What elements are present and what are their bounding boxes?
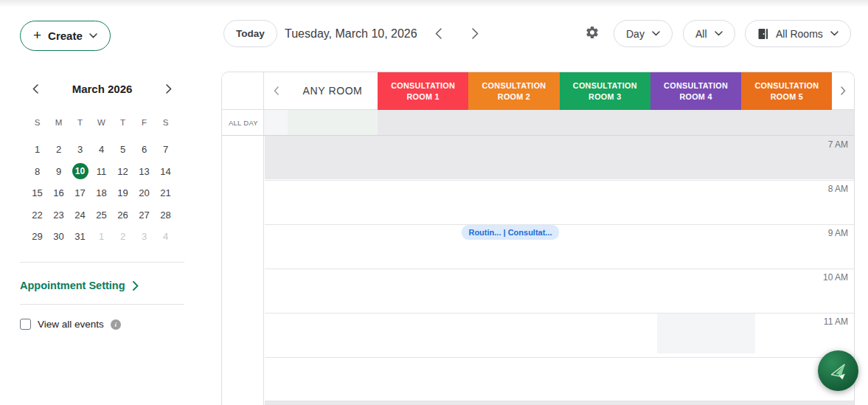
room-name-line1: CONSULTATION	[754, 80, 819, 91]
column-header-room[interactable]: CONSULTATIONROOM 3	[560, 72, 650, 110]
mini-calendar-day[interactable]: 20	[133, 182, 155, 204]
time-label: 10 AM	[823, 272, 848, 283]
today-button[interactable]: Today	[223, 20, 277, 47]
filter-value: All	[695, 28, 707, 40]
rooms-value: All Rooms	[776, 28, 823, 40]
column-header-room[interactable]: CONSULTATIONROOM 2	[468, 72, 559, 110]
current-date-label: Tuesday, March 10, 2026	[285, 20, 417, 47]
time-label: 7 AM	[828, 139, 848, 150]
mini-calendar-day[interactable]: 4	[91, 139, 112, 161]
appointment-event-chip[interactable]: Routin... | Consultat...	[462, 225, 559, 240]
column-header-room[interactable]: CONSULTATIONROOM 1	[378, 72, 468, 110]
mini-calendar-day[interactable]: 3	[133, 226, 155, 248]
mini-calendar-title: March 2026	[72, 83, 133, 95]
mini-calendar-weekday: S	[155, 115, 176, 130]
support-fab-button[interactable]	[818, 350, 858, 391]
mini-calendar-day[interactable]: 5	[112, 139, 133, 161]
all-day-rooms-cell[interactable]	[378, 110, 855, 135]
mini-calendar-next-button[interactable]	[163, 83, 175, 95]
settings-gear-button[interactable]	[585, 25, 600, 42]
columns-scroll-left-button[interactable]	[264, 72, 288, 110]
hour-gridline	[265, 224, 855, 225]
view-all-events-checkbox[interactable]	[20, 319, 31, 330]
time-label: 8 AM	[828, 184, 848, 194]
column-header-room[interactable]: CONSULTATIONROOM 5	[741, 72, 832, 110]
mini-calendar-day[interactable]: 28	[155, 204, 176, 226]
mini-calendar-day[interactable]: 1	[91, 226, 112, 248]
mini-calendar-day[interactable]: 16	[48, 182, 69, 204]
selected-day-circle: 10	[72, 163, 88, 179]
appointment-setting-label: Appointment Setting	[20, 280, 125, 291]
hour-gridline	[265, 357, 855, 358]
room-name-line1: CONSULTATION	[573, 80, 637, 91]
room-name-line2: ROOM 3	[588, 91, 621, 103]
mini-calendar-day[interactable]: 14	[155, 161, 176, 183]
top-shadow	[0, 0, 868, 7]
mini-calendar-weekday: W	[91, 115, 112, 130]
column-header-any-room[interactable]: ANY ROOM	[288, 72, 378, 110]
mini-calendar-day[interactable]: 22	[27, 204, 48, 226]
mini-calendar-day[interactable]: 11	[91, 161, 112, 183]
mini-calendar-day[interactable]: 15	[27, 182, 48, 204]
mini-calendar-day[interactable]: 24	[69, 204, 91, 226]
mini-calendar-day[interactable]: 7	[155, 139, 176, 161]
info-icon[interactable]: i	[111, 319, 121, 330]
mini-calendar-day[interactable]: 6	[133, 139, 155, 161]
appointment-setting-link[interactable]: Appointment Setting	[20, 280, 139, 291]
hour-gridline	[265, 269, 855, 269]
prev-day-button[interactable]	[432, 25, 445, 42]
view-mode-value: Day	[626, 28, 645, 40]
create-button-label: Create	[48, 30, 83, 42]
mini-calendar-day[interactable]: 12	[112, 161, 133, 183]
rooms-dropdown[interactable]: All Rooms	[745, 20, 851, 47]
column-header-room[interactable]: CONSULTATIONROOM 4	[650, 72, 741, 110]
room-name-line1: CONSULTATION	[391, 80, 455, 91]
mini-calendar-day[interactable]: 10	[69, 161, 91, 183]
mini-calendar-day[interactable]: 4	[155, 226, 176, 248]
view-mode-dropdown[interactable]: Day	[614, 20, 673, 47]
mini-calendar-day[interactable]: 2	[112, 226, 133, 248]
mini-calendar-day[interactable]: 18	[91, 182, 112, 204]
mini-calendar-day[interactable]: 13	[133, 161, 155, 183]
unavailable-timeslot-7am[interactable]	[265, 136, 855, 179]
mini-calendar-day[interactable]: 17	[69, 182, 91, 204]
mini-calendar-prev-button[interactable]	[29, 83, 41, 95]
room-name-line2: ROOM 1	[406, 91, 439, 103]
timeslot-highlight[interactable]	[657, 313, 755, 353]
time-label: 11 AM	[824, 316, 848, 327]
chevron-right-icon	[133, 281, 139, 291]
mini-calendar-day[interactable]: 29	[27, 226, 48, 248]
hour-gridline	[265, 180, 855, 181]
mini-calendar-day[interactable]: 27	[133, 204, 155, 226]
time-gutter	[222, 136, 264, 405]
mini-calendar-weekday-row: SMTWTFS	[27, 115, 176, 130]
next-day-button[interactable]	[469, 25, 482, 42]
view-all-events-row: View all events i	[20, 319, 121, 330]
room-name-line1: CONSULTATION	[664, 80, 728, 91]
filter-dropdown[interactable]: All	[683, 20, 735, 47]
time-label: 9 AM	[828, 228, 848, 238]
mini-calendar-day[interactable]: 30	[48, 226, 69, 248]
scheduler-page: + Create March 2026 SMTWTFS 123456789101…	[0, 0, 868, 405]
mini-calendar-day[interactable]: 2	[48, 139, 69, 161]
sidebar-divider	[20, 304, 184, 305]
mini-calendar-day[interactable]: 19	[112, 182, 133, 204]
create-button[interactable]: + Create	[20, 21, 111, 51]
chevron-down-icon	[830, 31, 839, 36]
mini-calendar-day[interactable]: 21	[155, 182, 176, 204]
mini-calendar-day[interactable]: 3	[69, 139, 91, 161]
today-button-label: Today	[236, 28, 265, 39]
all-day-any-room-cell[interactable]	[288, 110, 378, 135]
chevron-right-icon	[472, 28, 479, 39]
mini-calendar-day[interactable]: 23	[48, 204, 69, 226]
mini-calendar-day[interactable]: 26	[112, 204, 133, 226]
mini-calendar-day[interactable]: 8	[27, 161, 48, 183]
all-day-strip-cell[interactable]	[264, 110, 288, 135]
mini-calendar-day[interactable]: 9	[48, 161, 69, 183]
room-name-line2: ROOM 4	[679, 91, 712, 103]
mini-calendar-day[interactable]: 25	[91, 204, 112, 226]
mini-calendar-day[interactable]: 1	[27, 139, 48, 161]
hour-gridline	[265, 313, 855, 314]
mini-calendar-day[interactable]: 31	[69, 226, 91, 248]
columns-scroll-right-button[interactable]	[832, 72, 855, 110]
